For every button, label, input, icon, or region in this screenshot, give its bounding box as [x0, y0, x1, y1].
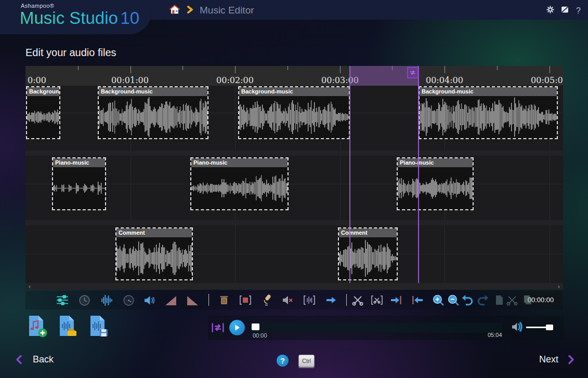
clip-waveform	[116, 237, 192, 279]
zoom-out-icon[interactable]	[447, 293, 460, 307]
zoom-in-icon[interactable]	[432, 293, 445, 307]
selection-wave-icon[interactable]	[303, 293, 316, 307]
undo-icon[interactable]	[460, 293, 474, 307]
toolbar: 00:00:00	[25, 291, 563, 309]
scissors-selection-icon[interactable]	[370, 293, 384, 307]
arrow-right-icon[interactable]	[324, 293, 338, 307]
audio-clip[interactable]: Background-music	[98, 86, 208, 139]
waveform-icon[interactable]	[100, 293, 113, 307]
clip-label: Piano-music	[53, 158, 105, 167]
timeline-tracks[interactable]: Background-musicBackground-musicBackgrou…	[25, 86, 563, 283]
redo-icon[interactable]	[477, 293, 490, 307]
timeline-panel: Background-musicBackground-musicBackgrou…	[25, 66, 563, 290]
app-window: Ashampoo® Music Studio 10 Music Editor ?…	[0, 0, 588, 378]
audio-clip[interactable]: Comment	[338, 227, 398, 280]
next-chevron-icon	[568, 355, 574, 365]
audio-clip[interactable]: Background-music	[419, 86, 558, 139]
clip-waveform	[27, 96, 59, 138]
clip-waveform	[339, 237, 397, 279]
news-icon[interactable]	[560, 5, 569, 16]
timeline-ruler[interactable]: 0:0000:01:0000:02:0000:03:0000:04:0000:0…	[25, 66, 563, 86]
clip-waveform	[99, 96, 207, 138]
save-project-button[interactable]	[87, 315, 110, 339]
insert-selection-icon[interactable]	[239, 293, 252, 307]
paste-icon[interactable]	[492, 293, 506, 307]
help-button[interactable]: ?	[277, 355, 289, 367]
arrow-to-start-icon[interactable]	[411, 293, 424, 307]
audio-clip[interactable]: Background-music	[26, 86, 60, 139]
next-label: Next	[539, 354, 558, 365]
ruler-tick	[78, 66, 79, 70]
audio-clip[interactable]: Background-music	[238, 86, 350, 139]
clip-label: Comment	[339, 228, 397, 237]
selection-marker-line[interactable]	[418, 66, 419, 283]
mixer-icon[interactable]	[56, 293, 69, 307]
toolbar-separator	[346, 294, 347, 306]
header-icons: ?	[546, 5, 582, 16]
clip-label: Background-music	[99, 87, 207, 96]
audio-clip[interactable]: Comment	[115, 227, 193, 280]
home-icon[interactable]	[169, 4, 180, 17]
back-button[interactable]: Back	[16, 354, 54, 365]
elapsed-time: 00:00	[253, 332, 267, 339]
clip-waveform	[420, 96, 557, 138]
clip-label: Comment	[116, 228, 192, 237]
clock-icon[interactable]	[77, 293, 91, 307]
seek-handle[interactable]	[252, 323, 259, 330]
seek-track[interactable]	[251, 322, 502, 333]
copy-icon[interactable]	[521, 293, 534, 307]
next-button[interactable]: Next	[539, 354, 574, 365]
clip-label: Background-music	[239, 87, 349, 96]
ruler-time-label: 00:04:00	[426, 75, 463, 85]
brand-version: 10	[120, 8, 139, 28]
ruler-time-label: 00:05:00	[531, 75, 563, 85]
gauge-icon[interactable]	[122, 293, 135, 307]
scroll-right-icon[interactable]: ›	[558, 283, 560, 290]
breadcrumb: Music Editor	[169, 4, 254, 17]
ruler-time-label: 00:01:00	[111, 75, 149, 85]
ruler-tick	[340, 66, 341, 73]
loop-region-icon[interactable]	[407, 67, 419, 78]
back-chevron-icon	[16, 355, 22, 365]
track-separator	[25, 151, 563, 156]
scroll-left-icon[interactable]: ‹	[29, 283, 31, 290]
clip-label: Piano-music	[398, 158, 473, 167]
ruler-time-label: 00:02:00	[216, 75, 254, 85]
clip-label: Background-music	[420, 87, 557, 96]
back-label: Back	[33, 354, 54, 365]
ctrl-key-hint: Ctrl	[298, 355, 315, 367]
fade-out-icon[interactable]	[186, 293, 199, 307]
audio-clip[interactable]: Piano-music	[190, 157, 289, 210]
grid-line	[25, 254, 563, 254]
help-icon[interactable]: ?	[575, 6, 582, 16]
app-logo: Ashampoo® Music Studio 10	[20, 3, 139, 26]
clip-label: Piano-music	[191, 158, 288, 167]
volume-speaker-icon[interactable]	[511, 320, 524, 335]
speaker-icon[interactable]	[142, 293, 156, 307]
toolbar-separator	[208, 294, 209, 306]
scissors-icon[interactable]	[351, 293, 364, 307]
loop-icon[interactable]	[211, 321, 225, 334]
audio-clip[interactable]: Piano-music	[52, 157, 106, 210]
ruler-tick	[182, 66, 183, 70]
microphone-icon[interactable]	[260, 293, 273, 307]
ruler-time-label: 0:00	[28, 75, 46, 85]
clip-label: Background-music	[27, 87, 59, 96]
fade-in-icon[interactable]	[164, 293, 177, 307]
track-separator	[25, 220, 563, 225]
ruler-tick	[497, 66, 498, 70]
timeline-scrollbar[interactable]: ‹ ›	[25, 283, 563, 290]
arrow-to-end-icon[interactable]	[389, 293, 403, 307]
mute-icon[interactable]	[281, 293, 294, 307]
ruler-tick	[288, 66, 288, 70]
trash-icon[interactable]	[217, 293, 231, 307]
open-project-button[interactable]	[56, 315, 79, 339]
add-music-file-button[interactable]	[25, 315, 48, 339]
settings-gear-icon[interactable]	[546, 5, 555, 16]
selection-marker-line[interactable]	[349, 66, 350, 283]
project-buttons	[25, 315, 110, 339]
volume-handle[interactable]	[546, 325, 553, 330]
cut-icon[interactable]	[505, 293, 519, 307]
audio-clip[interactable]: Piano-music	[397, 157, 474, 210]
play-button[interactable]	[229, 320, 245, 335]
